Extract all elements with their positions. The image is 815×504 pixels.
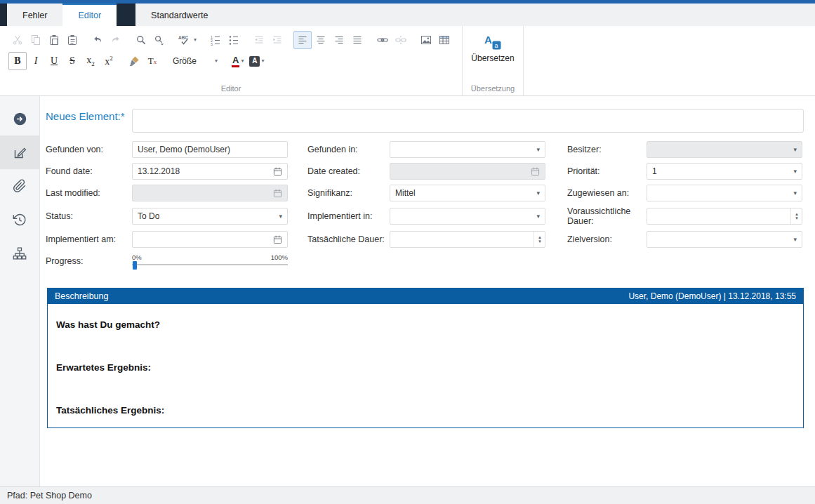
field-label-besitzer: Besitzer: (567, 145, 647, 154)
italic-button[interactable]: I (27, 52, 45, 70)
align-center-icon (315, 34, 326, 46)
spinner-arrows-icon[interactable]: ▲▼ (534, 232, 542, 247)
status-path: Pfad: Pet Shop Demo (7, 491, 92, 500)
paste-icon (48, 34, 60, 46)
calendar-icon[interactable] (273, 167, 282, 176)
find-button[interactable] (132, 31, 150, 49)
chevron-down-icon: ▾ (215, 58, 218, 64)
clear-formatting-icon: Tx (148, 55, 157, 67)
fields-grid: Gefunden von: Gefunden in: ▾ Besitzer: ▾… (46, 141, 804, 270)
field-label-gefunden-in: Gefunden in: (307, 145, 390, 154)
new-element-label: Neues Element:* (46, 109, 132, 124)
subscript-button[interactable]: x2 (81, 52, 100, 70)
prioritaet-select[interactable]: 1▾ (647, 163, 802, 180)
last-modified-input[interactable] (132, 185, 288, 201)
cut-button[interactable] (8, 31, 27, 49)
date-created-input[interactable] (390, 163, 545, 180)
paste-special-button[interactable] (63, 31, 81, 49)
gefunden-in-select[interactable]: ▾ (390, 141, 545, 158)
chevron-down-icon: ▾ (536, 213, 540, 220)
field-label-implementiert-in: Implementiert in: (307, 211, 390, 221)
sidebar-item-edit[interactable] (0, 135, 39, 169)
zielversion-select[interactable]: ▾ (647, 231, 802, 248)
numbered-list-button[interactable]: 1.2.3. (206, 31, 225, 49)
align-center-button[interactable] (312, 31, 330, 49)
spinner-arrows-icon[interactable]: ▲▼ (790, 208, 799, 224)
sidebar-item-submit[interactable] (0, 102, 39, 135)
superscript-button[interactable]: x2 (100, 52, 118, 70)
tab-editor[interactable]: Editor (62, 4, 117, 26)
voraussichtliche-dauer-spinner[interactable]: ▲▼ (647, 208, 802, 225)
history-icon (13, 213, 27, 227)
found-date-input[interactable] (132, 163, 288, 180)
sidebar-item-hierarchy[interactable] (0, 237, 39, 270)
progress-handle[interactable] (133, 261, 137, 270)
clear-formatting-button[interactable]: Tx (143, 52, 161, 70)
bullet-list-button[interactable] (225, 31, 243, 49)
underline-button[interactable]: U (45, 52, 63, 70)
remove-link-button[interactable] (392, 31, 410, 49)
status-select[interactable]: To Do▾ (132, 208, 288, 225)
undo-button[interactable] (88, 31, 107, 49)
tab-standardwerte[interactable]: Standardwerte (135, 4, 223, 26)
calendar-icon (273, 189, 282, 198)
fill-color-button[interactable]: A▾ (246, 52, 267, 70)
search-icon (135, 34, 147, 46)
field-label-found-date: Found date: (46, 166, 132, 176)
description-editor[interactable]: Was hast Du gemacht? Erwartetes Ergebnis… (48, 304, 803, 448)
font-color-button[interactable]: A▾ (229, 52, 246, 70)
unlink-icon (395, 34, 406, 46)
implementiert-in-select[interactable]: ▾ (390, 208, 545, 225)
zugewiesen-an-select[interactable]: ▾ (647, 185, 802, 201)
sidebar-item-attachments[interactable] (0, 169, 39, 203)
field-label-last-modified: Last modified: (46, 188, 132, 198)
ribbon-group-editor: ABC ▾ 1.2.3. B I U S x2 (0, 26, 462, 95)
progress-slider[interactable]: 0% 100% (132, 254, 288, 270)
font-color-icon: A (232, 55, 239, 67)
superscript-icon: x2 (105, 55, 113, 67)
redo-button[interactable] (107, 31, 125, 49)
copy-icon (30, 34, 41, 46)
translate-button[interactable]: Aa Übersetzen (465, 29, 519, 67)
tab-standardwerte-label: Standardwerte (151, 11, 208, 20)
align-left-button[interactable] (293, 31, 312, 49)
insert-table-button[interactable] (435, 31, 453, 49)
format-painter-button[interactable] (125, 52, 143, 70)
find-next-button[interactable] (150, 31, 168, 49)
align-justify-button[interactable] (348, 31, 366, 49)
increase-indent-button[interactable] (268, 31, 286, 49)
signifikanz-select[interactable]: Mittel▾ (390, 185, 545, 201)
insert-image-button[interactable] (417, 31, 435, 49)
tab-fehler[interactable]: Fehler (7, 4, 62, 26)
svg-text:3.: 3. (211, 42, 213, 46)
field-label-zugewiesen-an: Zugewiesen an: (567, 188, 647, 198)
copy-button[interactable] (27, 31, 45, 49)
chevron-down-icon: ▾ (793, 168, 797, 175)
implementiert-am-input[interactable] (132, 231, 288, 248)
field-label-signifikanz: Signifikanz: (307, 188, 390, 198)
calendar-icon[interactable] (273, 235, 282, 244)
paste-button[interactable] (45, 31, 63, 49)
chevron-down-icon: ▾ (793, 237, 797, 243)
align-right-button[interactable] (330, 31, 348, 49)
decrease-indent-button[interactable] (250, 31, 268, 49)
gefunden-von-input[interactable] (132, 141, 288, 158)
font-size-dropdown[interactable]: Größe ▾ (168, 53, 222, 69)
description-prompt: Was hast Du gemacht? (56, 319, 795, 330)
insert-link-button[interactable] (373, 31, 392, 49)
progress-max-label: 100% (271, 254, 288, 262)
tatsaechliche-dauer-spinner[interactable]: ▲▼ (390, 231, 545, 248)
paperclip-icon (13, 179, 27, 193)
tabbar-dark-segment (117, 4, 135, 26)
progress-track[interactable] (132, 262, 288, 269)
strikethrough-button[interactable]: S (63, 52, 81, 70)
new-element-input[interactable] (132, 109, 804, 133)
spellcheck-button[interactable]: ABC ▾ (175, 31, 199, 49)
gefunden-von-text[interactable] (138, 145, 282, 154)
tab-bar: Fehler Editor Standardwerte (0, 4, 815, 26)
found-date-text[interactable] (138, 166, 273, 176)
sidebar-item-history[interactable] (0, 203, 39, 237)
besitzer-select[interactable]: ▾ (647, 141, 802, 158)
bold-button[interactable]: B (8, 52, 27, 70)
description-panel: Beschreibung User, Demo (DemoUser) | 13.… (47, 288, 804, 428)
